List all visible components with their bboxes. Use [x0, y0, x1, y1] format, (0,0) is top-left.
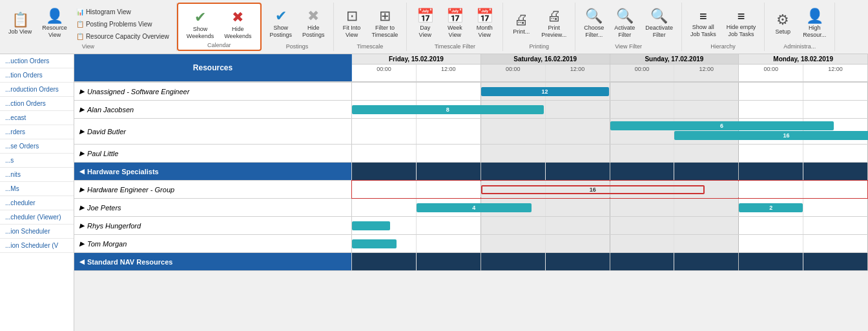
sidebar-item-s[interactable]: ...s — [0, 154, 74, 168]
expand-icon[interactable]: ◀ — [79, 168, 85, 175]
cell-mon-pm — [803, 145, 867, 162]
table-row[interactable]: ▶ Joe Peters 4 — [74, 199, 868, 217]
table-row[interactable]: ▶ David Butler 6 — [74, 119, 868, 145]
task-bar — [352, 239, 397, 248]
deactivate-filter-button[interactable]: 🔍 DeactivateFilter — [641, 5, 677, 43]
hide-empty-job-tasks-button[interactable]: ≡ Hide emptyJob Tasks — [722, 5, 761, 43]
table-row[interactable]: ◀ Standard NAV Resources — [74, 253, 868, 271]
resource-name: David Butler — [87, 128, 126, 135]
day-cells-sat — [481, 163, 610, 180]
sidebar-item-ion-scheduler[interactable]: ...ion Scheduler — [0, 225, 74, 239]
timescale-group-label: Timescale — [334, 43, 407, 50]
timescale-filter-group-label: Timescale Filter — [407, 43, 502, 50]
expand-icon[interactable]: ▶ — [79, 204, 85, 211]
sidebar-item-scheduler[interactable]: ...cheduler — [0, 196, 74, 210]
resource-capacity-overview-button[interactable]: 📋 Resource Capacity Overview — [73, 31, 172, 42]
sidebar-item-production-orders-2[interactable]: ...tion Orders — [0, 68, 74, 83]
hide-weekends-button[interactable]: ✖ HideWeekends — [220, 6, 256, 44]
table-row[interactable]: ▶ Paul Little — [74, 145, 868, 163]
resource-view-button[interactable]: 👤 ResourceView — [37, 5, 72, 43]
cell-sat-am — [481, 145, 546, 162]
sidebar-item-forecast[interactable]: ...ecast — [0, 111, 74, 125]
hide-postings-label: HidePostings — [302, 25, 325, 39]
sidebar-item-production-orders-1[interactable]: ...uction Orders — [0, 54, 74, 68]
resource-body[interactable]: ▶ Unassigned - Software Engineer 12 — [74, 83, 868, 331]
sidebar-item-se-orders[interactable]: ...se Orders — [0, 139, 74, 154]
cell-mon-am — [739, 101, 803, 118]
show-all-job-tasks-button[interactable]: ≡ Show allJob Tasks — [686, 5, 721, 43]
expand-icon[interactable]: ▶ — [79, 88, 85, 95]
cell-mon-am — [739, 145, 803, 162]
sidebar-item-ion-scheduler-v[interactable]: ...ion Scheduler (V — [0, 239, 74, 253]
table-row[interactable]: ▶ Alan Jacobsen 8 — [74, 101, 868, 119]
cell-fri-pm — [417, 163, 480, 180]
table-row[interactable]: ▶ Hardware Engineer - Group 16 — [74, 181, 868, 199]
cell-fri-am — [352, 119, 417, 144]
high-resource-button[interactable]: 👤 HighResour... — [798, 5, 831, 43]
resource-name-cell: ▶ Tom Morgan — [74, 235, 352, 252]
cell-mon-pm — [803, 101, 867, 118]
day-cells-sun — [610, 163, 739, 180]
choose-filter-button[interactable]: 🔍 ChooseFilter... — [579, 5, 608, 43]
time-0000-friday: 00:00 — [352, 65, 417, 81]
date-block-monday: Monday, 18.02.2019 00:00 12:00 — [739, 54, 868, 81]
histogram-icon: 📊 — [76, 8, 84, 15]
week-view-button[interactable]: 📅 WeekView — [440, 5, 469, 43]
show-postings-button[interactable]: ✔ ShowPostings — [265, 5, 297, 43]
print-preview-button[interactable]: 🖨 PrintPreview... — [537, 5, 571, 43]
table-row[interactable]: ▶ Unassigned - Software Engineer 12 — [74, 83, 868, 101]
table-row[interactable]: ◀ Hardware Specialists — [74, 163, 868, 181]
cell-sun-am — [610, 145, 675, 162]
cell-sat-pm — [546, 101, 610, 118]
expand-icon[interactable]: ▶ — [79, 128, 85, 135]
printing-group-label: Printing — [503, 43, 575, 50]
cell-mon-am — [739, 163, 803, 180]
job-view-button[interactable]: 📋 Job View — [4, 5, 36, 43]
cell-fri-pm — [417, 119, 480, 144]
day-cells-fri — [352, 217, 481, 234]
view-filter-group-label: View Filter — [575, 43, 681, 50]
toolbar-group-postings: ✔ ShowPostings ✖ HidePostings Postings — [262, 3, 334, 51]
fit-into-view-button[interactable]: ⊡ Fit IntoView — [338, 5, 366, 43]
resource-name-cell: ▶ Joe Peters — [74, 199, 352, 216]
expand-icon[interactable]: ◀ — [79, 258, 85, 265]
day-cells-fri — [352, 163, 481, 180]
activate-filter-button[interactable]: 🔍 ActivateFilter — [610, 5, 639, 43]
table-row[interactable]: ▶ Tom Morgan — [74, 235, 868, 253]
expand-icon[interactable]: ▶ — [79, 240, 85, 247]
filter-to-timescale-icon: ⊞ — [379, 9, 391, 23]
expand-icon[interactable]: ▶ — [79, 150, 85, 157]
month-view-button[interactable]: 📅 MonthView — [470, 5, 499, 43]
day-cells-fri: 8 — [352, 101, 481, 118]
timeline-cells: 8 — [352, 101, 868, 118]
table-row[interactable]: ▶ Rhys Hungerford — [74, 217, 868, 235]
sidebar-item-scheduler-viewer[interactable]: ...cheduler (Viewer) — [0, 210, 74, 225]
cell-fri-am — [352, 235, 417, 252]
histogram-view-button[interactable]: 📊 Histogram View — [73, 6, 172, 17]
day-cells-mon — [739, 145, 868, 162]
setup-button[interactable]: ⚙ Setup — [769, 5, 797, 43]
sidebar-item-production-orders-4[interactable]: ...ction Orders — [0, 97, 74, 111]
cell-sun-pm — [674, 145, 738, 162]
choose-filter-icon: 🔍 — [585, 9, 603, 23]
sidebar-item-production-orders-3[interactable]: ...roduction Orders — [0, 83, 74, 97]
day-view-button[interactable]: 📅 DayView — [411, 5, 439, 43]
day-cells-sun — [610, 83, 739, 100]
print-button[interactable]: 🖨 Print... — [507, 5, 535, 43]
cell-mon-am — [739, 217, 803, 234]
expand-icon[interactable]: ▶ — [79, 186, 85, 193]
job-view-label: Job View — [8, 28, 32, 35]
posting-problems-view-button[interactable]: 📋 Posting Problems View — [73, 19, 172, 30]
filter-to-timescale-button[interactable]: ⊞ Filter toTimescale — [367, 5, 403, 43]
print-icon: 🖨 — [514, 13, 528, 27]
sidebar-item-ms[interactable]: ...Ms — [0, 182, 74, 196]
sidebar-item-units[interactable]: ...nits — [0, 168, 74, 182]
cell-fri-pm — [417, 145, 480, 162]
hide-postings-button[interactable]: ✖ HidePostings — [298, 5, 329, 43]
show-weekends-button[interactable]: ✔ ShowWeekends — [182, 6, 218, 44]
toolbar-group-view-filter: 🔍 ChooseFilter... 🔍 ActivateFilter 🔍 Dea… — [575, 3, 682, 51]
expand-icon[interactable]: ▶ — [79, 106, 85, 113]
cell-fri-pm — [417, 235, 480, 252]
sidebar-item-orders[interactable]: ...rders — [0, 125, 74, 139]
expand-icon[interactable]: ▶ — [79, 222, 85, 229]
